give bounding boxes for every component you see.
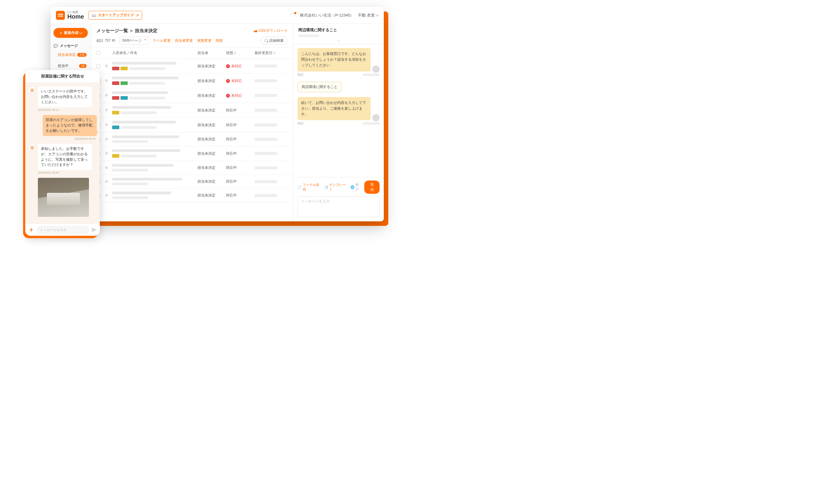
file-upload-link[interactable]: 📄 ファイル送信 xyxy=(298,183,321,192)
advanced-search-button[interactable]: 詳細検索 xyxy=(260,36,288,45)
translate-link[interactable]: 🌐 翻訳 xyxy=(351,183,362,192)
alert-icon: ! xyxy=(226,64,230,68)
table-row[interactable]: 担当未決定 !未対応 xyxy=(91,88,293,103)
row-checkbox[interactable] xyxy=(96,64,100,68)
star-icon[interactable] xyxy=(104,109,109,113)
date-placeholder xyxy=(254,123,277,127)
per-page-select[interactable]: 50件/ページ xyxy=(120,36,149,45)
attachment-image[interactable] xyxy=(38,178,89,217)
star-icon[interactable] xyxy=(104,65,109,69)
sidebar-item-label: 担当未決定 xyxy=(58,52,76,57)
col-updated-label: 最終更新日 xyxy=(254,51,273,56)
name-cell xyxy=(112,91,198,100)
template-link[interactable]: 📑 テンプレート xyxy=(324,183,348,192)
table-row[interactable]: 担当未決定 対応中 xyxy=(91,146,293,161)
star-icon[interactable] xyxy=(104,94,109,98)
brand-main: Home xyxy=(67,13,84,19)
name-cell xyxy=(112,121,198,129)
brand-logo[interactable]: いい生活 Home xyxy=(56,11,84,20)
star-icon[interactable] xyxy=(104,123,109,128)
timestamp: 2023/05/01 09:30 xyxy=(38,171,97,174)
assignee-cell: 担当未決定 xyxy=(198,93,226,98)
notification-bell-icon[interactable] xyxy=(291,13,296,18)
chat-message-agent: いいエステートの田中です。お問い合わせ内容を入力してください。 xyxy=(28,86,97,107)
date-placeholder xyxy=(254,166,277,169)
advanced-search-label: 詳細検索 xyxy=(269,38,284,43)
table-row[interactable]: 担当未決定 !未対応 xyxy=(91,59,293,74)
table-row[interactable]: 担当未決定 !未対応 xyxy=(91,74,293,88)
name-cell xyxy=(112,164,198,171)
read-label: 既読 xyxy=(298,73,304,77)
subject-placeholder xyxy=(121,155,157,157)
status-cell: 対応中 xyxy=(226,108,254,113)
chat-detail-panel: 周辺環境に関すること こんにちは。お客様窓口です。どんなお問合わせでしょうか？該… xyxy=(293,24,384,221)
col-status[interactable]: 状態 xyxy=(226,51,254,56)
name-cell xyxy=(112,136,198,143)
avatar-icon xyxy=(28,144,36,152)
table-row[interactable]: 担当未決定 対応中 xyxy=(91,161,293,175)
table-row[interactable]: 担当未決定 対応中 xyxy=(91,189,293,202)
title-placeholder xyxy=(112,62,176,65)
title-placeholder xyxy=(112,91,168,94)
date-placeholder xyxy=(254,65,277,68)
timestamp-placeholder xyxy=(363,74,380,76)
col-updated[interactable]: 最終更新日 xyxy=(254,51,288,56)
status-cell: 対応中 xyxy=(226,193,254,198)
mobile-message-input[interactable] xyxy=(37,226,89,233)
assignee-cell: 担当未決定 xyxy=(198,179,226,184)
title-placeholder xyxy=(112,192,171,194)
label-tag xyxy=(121,81,128,85)
status-cell: 対応中 xyxy=(226,137,254,142)
star-icon[interactable] xyxy=(104,194,109,198)
label-tag xyxy=(112,96,119,100)
assignee-cell: 担当未決定 xyxy=(198,64,226,69)
col-name: 入居者名／件名 xyxy=(112,51,198,56)
table-row[interactable]: 担当未決定 対応中 xyxy=(91,118,293,133)
avatar-icon xyxy=(372,66,380,73)
alert-icon: ! xyxy=(226,94,230,98)
chat-header: 周辺環境に関すること xyxy=(293,24,384,45)
nav-section-title[interactable]: 💬 メッセージ xyxy=(54,43,88,48)
table-row[interactable]: 担当未決定 対応中 xyxy=(91,103,293,118)
message-input[interactable] xyxy=(298,196,380,217)
star-icon[interactable] xyxy=(104,138,109,142)
table-row[interactable]: 担当未決定 対応中 xyxy=(91,133,293,146)
date-placeholder xyxy=(254,94,277,97)
user-menu[interactable]: 不動 友里 xyxy=(358,13,378,18)
new-button-label: ＋ 新規作成 xyxy=(59,30,78,35)
chat-message-agent: 承知しました。お手数ですが、エアコンの型番がわかるように、写真を撮影して送ってい… xyxy=(28,144,97,170)
expand-toggle[interactable] xyxy=(298,38,379,43)
updated-cell xyxy=(254,79,288,82)
title-placeholder xyxy=(112,77,178,79)
date-placeholder xyxy=(254,138,277,141)
add-attachment-button[interactable]: ＋ xyxy=(28,227,34,233)
star-icon[interactable] xyxy=(104,152,109,156)
choice-chip[interactable]: 周辺環境に関すること xyxy=(298,82,342,92)
change-status-link[interactable]: 状態変更 xyxy=(197,38,212,43)
new-button[interactable]: ＋ 新規作成 xyxy=(54,28,88,38)
updated-cell xyxy=(254,152,288,155)
label-tag xyxy=(121,67,128,70)
list-header: メッセージ一覧 ＞ 担当未決定 CSVダウンロード 総計 757 件 50件/ペ… xyxy=(91,24,293,48)
star-icon[interactable] xyxy=(104,166,109,171)
updated-cell xyxy=(254,109,288,112)
select-all-checkbox[interactable] xyxy=(96,51,100,55)
send-button[interactable]: 送信 xyxy=(364,180,380,194)
change-assignee-link[interactable]: 担当者変更 xyxy=(175,38,193,43)
subject-placeholder xyxy=(112,140,148,143)
startup-guide-button[interactable]: 📖 スタートアップガイド ↗ xyxy=(88,11,142,19)
star-icon[interactable] xyxy=(104,79,109,84)
brand-icon xyxy=(56,11,65,20)
table-row[interactable]: 担当未決定 対応中 xyxy=(91,175,293,189)
sidebar-item-unassigned[interactable]: 担当未決定 176 xyxy=(54,50,88,60)
sidebar-item-assigned[interactable]: 担当中 34 xyxy=(54,61,88,71)
mobile-send-button[interactable] xyxy=(91,227,97,233)
per-page-value: 50件/ページ xyxy=(122,38,142,43)
chat-icon: 💬 xyxy=(54,44,58,48)
change-label-link[interactable]: ラベル変更 xyxy=(153,38,171,43)
external-link-icon: ↗ xyxy=(136,13,139,17)
assignee-cell: 担当未決定 xyxy=(198,108,226,113)
csv-download-link[interactable]: CSVダウンロード xyxy=(254,28,288,33)
star-icon[interactable] xyxy=(104,180,109,184)
delete-link[interactable]: 削除 xyxy=(216,38,223,43)
